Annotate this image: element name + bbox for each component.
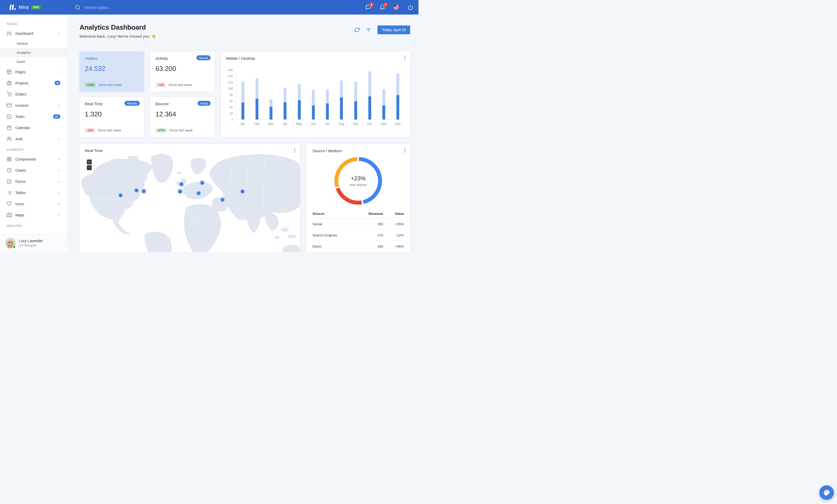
bar-jun	[306, 70, 320, 119]
sidebar-item-label: Tables	[15, 191, 54, 195]
stat-period-badge[interactable]: Monthly	[125, 101, 140, 106]
check-square-icon	[7, 179, 12, 184]
pie-chart-icon	[7, 168, 12, 173]
chart-title: Mobile / Desktop	[226, 56, 405, 60]
bar-segment-mobile	[382, 106, 385, 119]
us-flag-icon	[394, 4, 399, 10]
online-status-dot	[13, 245, 16, 249]
map-marker[interactable]	[133, 187, 140, 193]
x-tick-label: Aug	[334, 122, 348, 126]
sidebar-item-label: Tasks	[15, 115, 49, 119]
map-zoom-in-button[interactable]: +	[87, 160, 92, 165]
chevron-down-icon	[57, 137, 60, 141]
language-flag-button[interactable]	[394, 4, 399, 10]
source-table: Source Revenue Value Social260+35%Search…	[313, 209, 404, 252]
y-tick-label: 100	[228, 87, 233, 90]
shopping-cart-icon	[7, 92, 12, 97]
bar-segment-desktop	[284, 87, 286, 102]
stat-period-badge[interactable]: Annual	[197, 55, 211, 60]
chevron-down-icon	[57, 202, 60, 205]
map-marker[interactable]	[219, 197, 226, 203]
sidebar-item-label: Auth	[15, 137, 54, 141]
messages-button[interactable]: 3	[366, 4, 371, 10]
sidebar-nav: PAGESDashboardDefaultAnalyticsSaaSPagesP…	[0, 15, 67, 230]
sidebar-item-label: Orders	[15, 92, 60, 96]
mobile-desktop-chart-card: Mobile / Desktop 020406080100120140160 J…	[221, 52, 410, 137]
x-tick-label: Jun	[306, 122, 320, 126]
sidebar-item-orders[interactable]: Orders	[0, 89, 67, 100]
sidebar-item-tables[interactable]: Tables	[0, 187, 67, 198]
bar-chart-x-axis: JanFebMarAprMayJunJulAugSepOctNovDec	[235, 122, 405, 126]
stat-card-realtime: Real-TimeMonthly1.320-18%Since last week	[79, 97, 144, 137]
sidebar-subitem-saas[interactable]: SaaS	[0, 57, 67, 66]
x-tick-label: Feb	[250, 122, 264, 126]
source-column-header: Source	[313, 209, 355, 219]
map-marker[interactable]	[118, 192, 124, 199]
sidebar-item-pages[interactable]: Pages	[0, 66, 67, 77]
sidebar-item-dashboard[interactable]: Dashboard	[0, 28, 67, 39]
x-tick-label: Nov	[377, 122, 391, 126]
sidebar-item-forms[interactable]: Forms	[0, 176, 67, 187]
map-marker[interactable]	[177, 188, 183, 194]
map-marker[interactable]	[239, 188, 246, 194]
logout-button[interactable]	[408, 4, 413, 10]
realtime-map-card: Real-Time + −	[79, 144, 300, 252]
chevron-down-icon	[57, 180, 60, 183]
map-marker[interactable]	[141, 188, 147, 194]
bar-jan	[236, 70, 250, 119]
bar-nov	[377, 70, 391, 119]
refresh-button[interactable]	[355, 27, 360, 33]
sidebar-item-calendar[interactable]: Calendar	[0, 122, 67, 133]
sidebar-item-invoices[interactable]: Invoices	[0, 100, 67, 111]
sidebar-item-projects[interactable]: Projects8	[0, 77, 67, 89]
bar-segment-mobile	[326, 104, 329, 119]
value-cell: +46%	[383, 241, 404, 252]
sidebar-item-auth[interactable]: Auth	[0, 133, 67, 145]
map-marker[interactable]	[199, 180, 206, 186]
bar-segment-mobile	[312, 106, 315, 119]
bar-mar	[264, 70, 278, 119]
sidebar-item-badge: 17	[53, 114, 60, 119]
sidebar-item-maps[interactable]: Maps	[0, 209, 67, 221]
notifications-count-badge: 7	[383, 2, 388, 7]
user-name: Lucy Lavender	[19, 239, 43, 243]
sidebar-item-components[interactable]: Components	[0, 153, 67, 165]
bar-chart-plot	[235, 70, 405, 120]
main-content: Analytics Dashboard Welcome back, Lucy! …	[67, 15, 418, 252]
sidebar-subitem-default[interactable]: Default	[0, 39, 67, 48]
sidebar-item-tasks[interactable]: Tasks17	[0, 111, 67, 122]
brand[interactable]: Mira PRO	[0, 4, 67, 11]
sidebar-item-label: Calendar	[15, 126, 60, 130]
sidebar-item-icons[interactable]: Icons	[0, 198, 67, 209]
revenue-column-header: Revenue	[355, 209, 383, 219]
kebab-menu-icon[interactable]	[294, 148, 295, 152]
kebab-menu-icon[interactable]	[405, 148, 406, 152]
kebab-menu-icon[interactable]	[405, 56, 406, 60]
bar-segment-mobile	[270, 107, 272, 119]
bar-segment-mobile	[298, 100, 301, 119]
filter-button[interactable]	[366, 27, 371, 33]
map-icon	[7, 212, 12, 218]
date-range-button[interactable]: Today: April 29	[377, 25, 410, 34]
bar-apr	[278, 70, 292, 119]
y-tick-label: 160	[228, 68, 233, 72]
sidebar-item-charts[interactable]: Charts	[0, 165, 67, 176]
table-row: Search Engines125-12%	[313, 230, 404, 241]
notifications-button[interactable]: 7	[379, 4, 385, 10]
messages-count-badge: 3	[369, 2, 374, 7]
bar-may	[292, 70, 306, 119]
stat-period-badge[interactable]: Yearly	[198, 101, 211, 106]
search-icon[interactable]	[75, 5, 80, 10]
world-map[interactable]	[79, 144, 300, 252]
sidebar-user-footer[interactable]: Lucy Lavender UX Designer	[0, 234, 67, 252]
map-marker[interactable]	[178, 181, 184, 187]
map-marker[interactable]	[195, 190, 202, 197]
x-tick-label: Jan	[235, 122, 250, 126]
mira-logo-icon	[9, 4, 16, 11]
map-title: Real-Time	[85, 148, 103, 153]
bar-feb	[250, 70, 264, 119]
bar-dec	[391, 70, 405, 119]
sidebar-subitem-analytics[interactable]: Analytics	[0, 48, 67, 57]
search-input[interactable]	[84, 5, 143, 10]
map-zoom-out-button[interactable]: −	[87, 165, 92, 170]
